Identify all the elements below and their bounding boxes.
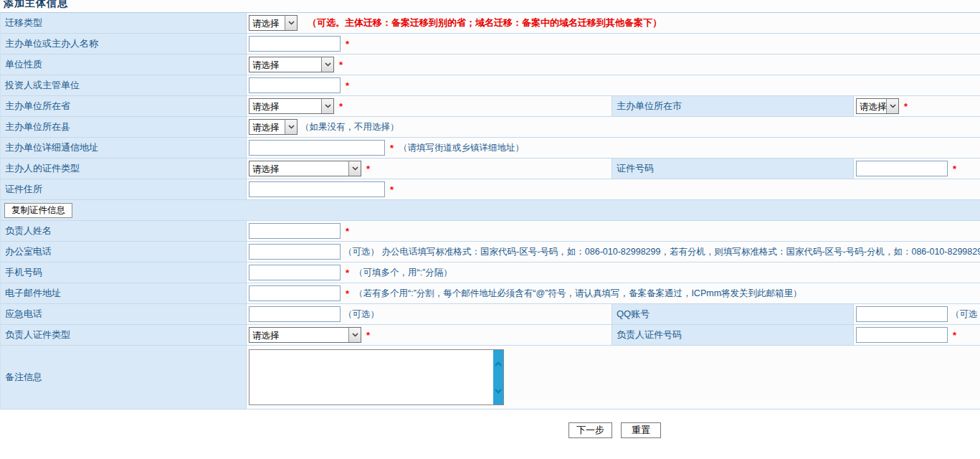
label-office-phone: 办公室电话 — [1, 242, 247, 262]
label-principal-name: 负责人姓名 — [1, 221, 247, 241]
label-mobile-number: 手机号码 — [1, 262, 247, 283]
label-organizer-province: 主办单位所在省 — [1, 96, 247, 116]
select-value: 请选择 — [249, 16, 285, 30]
unit-nature-select[interactable]: 请选择 — [249, 57, 334, 72]
form-row-organizer-address: 主办单位详细通信地址*（请填写街道或乡镇详细地址） — [1, 138, 980, 158]
field-organizer-address: *（请填写街道或乡镇详细地址） — [247, 138, 980, 158]
investor-or-supervisor-input[interactable] — [249, 77, 341, 93]
organizer-id-type-select[interactable]: 请选择 — [249, 161, 361, 176]
emergency-phone-input[interactable] — [249, 306, 341, 322]
required-asterisk: * — [366, 164, 370, 174]
required-asterisk: * — [953, 330, 956, 341]
organizer-address-input[interactable] — [249, 140, 385, 156]
required-asterisk: * — [346, 39, 349, 49]
form-row-migration-type: 迁移类型请选择（可选。主体迁移：备案迁移到别的省；域名迁移：备案中的域名迁移到其… — [1, 13, 980, 34]
textarea-scrollbar[interactable] — [493, 350, 503, 404]
form-row-investor-or-supervisor: 投资人或主管单位* — [1, 75, 980, 96]
organizer-province-select[interactable]: 请选择 — [249, 98, 334, 114]
field-unit-nature: 请选择* — [247, 55, 980, 75]
field-copy-id-info: 复制证件信息 — [1, 200, 980, 220]
field-hint: （如果没有，不用选择） — [300, 121, 399, 133]
field-principal-id-number: * — [854, 325, 980, 345]
form-row-emergency-phone: 应急电话（可选）QQ账号（可选 — [1, 304, 980, 325]
form-row-unit-nature: 单位性质请选择* — [1, 55, 980, 75]
field-organizer-id-type: 请选择* — [247, 158, 612, 179]
id-number-input[interactable] — [856, 161, 948, 176]
chevron-down-icon — [321, 99, 333, 113]
form-row-office-phone: 办公室电话（可选） 办公电话填写标准格式：国家代码-区号-号码，如：086-01… — [1, 242, 980, 262]
copy-id-info-button[interactable]: 复制证件信息 — [4, 203, 72, 218]
required-asterisk: * — [904, 101, 908, 112]
migration-type-select[interactable]: 请选择 — [249, 15, 298, 31]
field-email-address: *（若有多个用“:”分割，每个邮件地址必须含有“@”符号，请认真填写，备案备案通… — [247, 283, 980, 303]
office-phone-input[interactable] — [249, 244, 341, 260]
field-emergency-phone: （可选） — [247, 304, 612, 324]
remarks-textarea-wrap — [249, 349, 504, 405]
principal-id-type-select[interactable]: 请选择 — [249, 327, 361, 343]
label-emergency-phone: 应急电话 — [1, 304, 247, 324]
label-organizer-address: 主办单位详细通信地址 — [1, 138, 247, 158]
field-remarks — [247, 346, 980, 409]
select-value: 请选择 — [249, 120, 285, 134]
scroll-up-icon — [495, 361, 502, 366]
field-id-number: * — [854, 158, 980, 179]
mobile-number-input[interactable] — [249, 265, 341, 280]
organizer-city-select[interactable]: 请选择 — [856, 98, 899, 114]
label-unit-nature: 单位性质 — [1, 55, 247, 75]
field-mobile-number: *（可填多个，用“:”分隔） — [247, 262, 980, 283]
remarks-textarea[interactable] — [249, 350, 493, 404]
form-actions: 下一步 重置 — [0, 422, 980, 438]
form-row-email-address: 电子邮件地址*（若有多个用“:”分割，每个邮件地址必须含有“@”符号，请认真填写… — [1, 283, 980, 304]
label-id-address: 证件住所 — [1, 179, 247, 199]
id-address-input[interactable] — [249, 181, 385, 197]
field-investor-or-supervisor: * — [247, 75, 980, 95]
organizer-county-select[interactable]: 请选择 — [249, 119, 298, 135]
field-id-address: * — [247, 179, 980, 199]
label-organizer-county: 主办单位所在县 — [1, 117, 247, 137]
field-organizer-city: 请选择* — [854, 96, 980, 116]
field-principal-id-type: 请选择* — [247, 325, 612, 345]
field-principal-name: * — [247, 221, 980, 241]
page-title: 添加主体信息 — [4, 0, 980, 10]
label-remarks: 备注信息 — [1, 346, 247, 409]
subject-info-form: 迁移类型请选择（可选。主体迁移：备案迁移到别的省；域名迁移：备案中的域名迁移到其… — [0, 12, 980, 410]
field-organizer-province: 请选择* — [247, 96, 612, 116]
select-value: 请选择 — [249, 161, 348, 176]
label-organizer-city: 主办单位所在市 — [612, 96, 854, 116]
next-step-button[interactable]: 下一步 — [569, 422, 612, 438]
chevron-down-icon — [285, 120, 297, 134]
field-hint: （可选） 办公电话填写标准格式：国家代码-区号-号码，如：086-010-829… — [343, 246, 980, 258]
principal-id-number-input[interactable] — [856, 327, 948, 343]
select-value: 请选择 — [857, 99, 886, 113]
required-asterisk: * — [339, 101, 343, 112]
select-value: 请选择 — [249, 328, 348, 342]
field-migration-type: 请选择（可选。主体迁移：备案迁移到别的省；域名迁移：备案中的域名迁移到其他备案下… — [247, 13, 980, 33]
reset-button[interactable]: 重置 — [621, 422, 661, 438]
principal-name-input[interactable] — [249, 223, 341, 239]
required-asterisk: * — [390, 184, 394, 195]
form-row-principal-id-type: 负责人证件类型请选择*负责人证件号码* — [1, 325, 980, 346]
required-asterisk: * — [339, 60, 343, 70]
label-email-address: 电子邮件地址 — [1, 283, 247, 303]
label-qq-account: QQ账号 — [612, 304, 854, 324]
chevron-down-icon — [348, 328, 361, 342]
chevron-down-icon — [285, 16, 297, 30]
section-header: 添加主体信息 — [0, 0, 980, 12]
form-row-copy-id-info: 复制证件信息 — [1, 200, 980, 221]
label-investor-or-supervisor: 投资人或主管单位 — [1, 75, 247, 95]
organizer-name-input[interactable] — [249, 36, 341, 52]
qq-account-input[interactable] — [856, 306, 948, 322]
required-asterisk: * — [953, 164, 956, 174]
field-hint: （可选） — [343, 308, 379, 321]
select-value: 请选择 — [249, 99, 321, 113]
page: 添加主体信息 迁移类型请选择（可选。主体迁移：备案迁移到别的省；域名迁移：备案中… — [0, 0, 980, 459]
scroll-down-icon — [495, 389, 502, 394]
field-hint: （可选 — [951, 308, 978, 321]
field-hint: （请填写街道或乡镇详细地址） — [399, 142, 524, 154]
chevron-down-icon — [321, 57, 333, 72]
field-organizer-county: 请选择（如果没有，不用选择） — [247, 117, 980, 137]
form-row-organizer-name: 主办单位或主办人名称* — [1, 34, 980, 55]
form-row-mobile-number: 手机号码*（可填多个，用“:”分隔） — [1, 262, 980, 283]
email-address-input[interactable] — [249, 285, 341, 301]
form-row-organizer-province: 主办单位所在省请选择*主办单位所在市请选择* — [1, 96, 980, 117]
